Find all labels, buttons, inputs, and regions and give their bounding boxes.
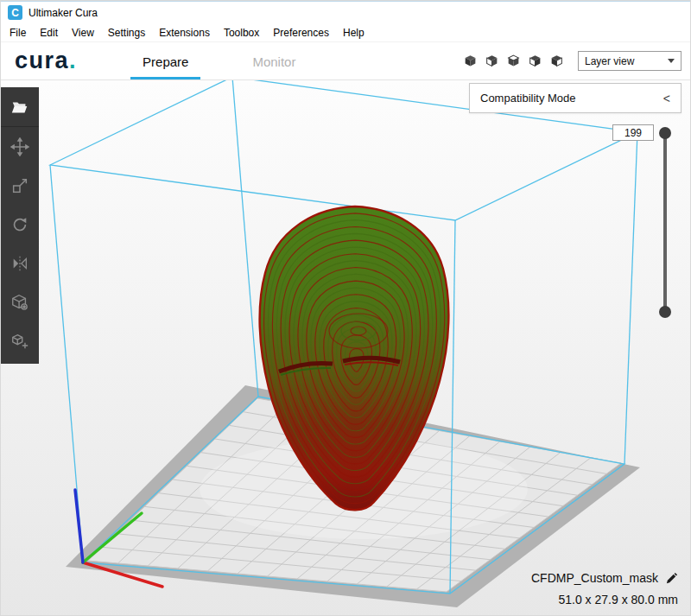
- per-model-settings-button[interactable]: [1, 283, 39, 321]
- scale-icon: [10, 176, 29, 195]
- viewport-3d[interactable]: [1, 80, 691, 616]
- move-tool-button[interactable]: [1, 127, 39, 166]
- collapse-panel-icon[interactable]: <: [663, 92, 670, 105]
- menu-bar: File Edit View Settings Extensions Toolb…: [1, 23, 690, 42]
- rotate-icon: [10, 215, 29, 234]
- menu-help[interactable]: Help: [336, 24, 371, 41]
- tab-monitor[interactable]: Monitor: [240, 54, 307, 79]
- view-mode-dropdown[interactable]: Layer view: [578, 51, 681, 71]
- chevron-down-icon: [668, 59, 675, 63]
- menu-file[interactable]: File: [3, 24, 33, 41]
- menu-edit[interactable]: Edit: [33, 24, 65, 41]
- mirror-tool-button[interactable]: [1, 244, 39, 283]
- scale-tool-button[interactable]: [1, 166, 39, 205]
- menu-toolbox[interactable]: Toolbox: [217, 24, 266, 41]
- support-blocker-icon: [10, 332, 29, 351]
- layer-slider-top-handle[interactable]: [659, 127, 671, 139]
- model-dimensions: 51.0 x 27.9 x 80.0 mm: [531, 593, 678, 606]
- menu-extensions[interactable]: Extensions: [152, 24, 217, 41]
- open-file-icon: [10, 98, 29, 117]
- move-icon: [10, 137, 29, 156]
- tab-prepare[interactable]: Prepare: [130, 54, 200, 79]
- menu-settings[interactable]: Settings: [101, 24, 152, 41]
- app-icon: C: [8, 5, 22, 20]
- view-top-icon[interactable]: [506, 54, 521, 68]
- view-3d-icon[interactable]: [463, 54, 478, 68]
- rename-pencil-icon[interactable]: [665, 572, 678, 585]
- window-title: Ultimaker Cura: [29, 7, 98, 19]
- layer-slider-bottom-handle[interactable]: [659, 306, 671, 318]
- view-left-icon[interactable]: [528, 54, 542, 68]
- main-area: Compatibility Mode < 199 CFDMP_Custom_ma…: [1, 80, 690, 616]
- model-name: CFDMP_Custom_mask: [531, 571, 658, 585]
- menu-view[interactable]: View: [65, 24, 101, 41]
- model-info: CFDMP_Custom_mask 51.0 x 27.9 x 80.0 mm: [531, 571, 678, 606]
- camera-view-buttons: [463, 54, 564, 68]
- logo-dot: .: [69, 48, 77, 73]
- compatibility-mode-label: Compatibility Mode: [480, 92, 576, 105]
- mirror-icon: [10, 254, 29, 273]
- per-model-settings-icon: [10, 293, 29, 312]
- layer-number-input[interactable]: 199: [612, 124, 654, 141]
- tool-sidebar: [1, 87, 39, 364]
- rotate-tool-button[interactable]: [1, 205, 39, 244]
- stage-tabs: Prepare Monitor: [130, 42, 307, 79]
- cura-window: { "window": { "title": "Ultimaker Cura" …: [0, 0, 691, 616]
- view-mode-value: Layer view: [585, 55, 634, 67]
- open-file-button[interactable]: [1, 87, 39, 127]
- support-blocker-button[interactable]: [1, 321, 39, 360]
- title-bar: C Ultimaker Cura: [1, 1, 690, 23]
- cura-logo: cura.: [15, 49, 77, 73]
- view-front-icon[interactable]: [485, 54, 499, 68]
- layer-slider-track[interactable]: [663, 132, 667, 312]
- view-right-icon[interactable]: [549, 54, 564, 68]
- settings-panel-header[interactable]: Compatibility Mode <: [469, 83, 681, 113]
- header: cura. Prepare Monitor: [1, 42, 690, 80]
- menu-preferences[interactable]: Preferences: [266, 24, 336, 41]
